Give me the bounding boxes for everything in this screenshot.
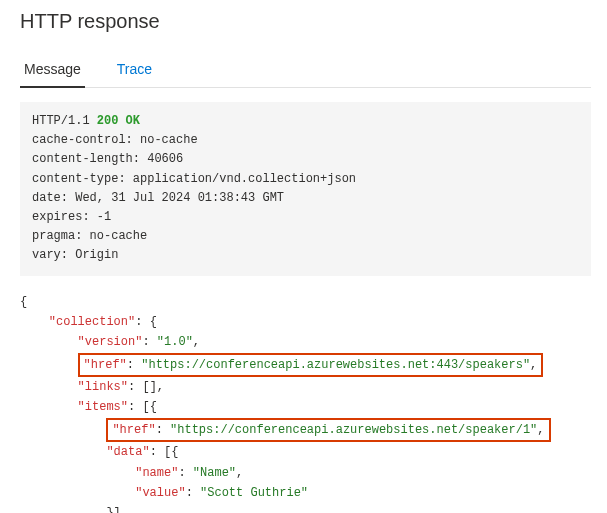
json-key-items: "items" [78,400,128,414]
hdr-pragma: pragma: no-cache [32,229,147,243]
json-val-name: "Name" [193,466,236,480]
hdr-content-type: content-type: application/vnd.collection… [32,172,356,186]
http-status: 200 OK [97,114,140,128]
highlight-collection-href: "href": "https://conferenceapi.azurewebs… [78,353,544,377]
json-val-item-href: "https://conferenceapi.azurewebsites.net… [170,423,537,437]
json-val-version: "1.0" [157,335,193,349]
tab-trace[interactable]: Trace [113,53,156,87]
response-body: { "collection": { "version": "1.0", "hre… [20,292,591,514]
json-key-links: "links" [78,380,128,394]
hdr-cache-control: cache-control: no-cache [32,133,198,147]
json-val-collection-href: "https://conferenceapi.azurewebsites.net… [141,358,530,372]
response-headers: HTTP/1.1 200 OK cache-control: no-cache … [20,102,591,276]
json-key-value: "value" [135,486,185,500]
json-key-version: "version" [78,335,143,349]
hdr-content-length: content-length: 40606 [32,152,183,166]
json-key-href: "href" [84,358,127,372]
http-proto: HTTP/1.1 [32,114,97,128]
json-key-collection: "collection" [49,315,135,329]
hdr-expires: expires: -1 [32,210,111,224]
highlight-item-href: "href": "https://conferenceapi.azurewebs… [106,418,550,442]
json-key-name: "name" [135,466,178,480]
json-val-value: "Scott Guthrie" [200,486,308,500]
hdr-vary: vary: Origin [32,248,118,262]
tab-message[interactable]: Message [20,53,85,87]
tabs: Message Trace [20,53,591,88]
hdr-date: date: Wed, 31 Jul 2024 01:38:43 GMT [32,191,284,205]
json-key-data: "data" [106,445,149,459]
json-key-item-href: "href" [112,423,155,437]
page-title: HTTP response [20,10,591,33]
